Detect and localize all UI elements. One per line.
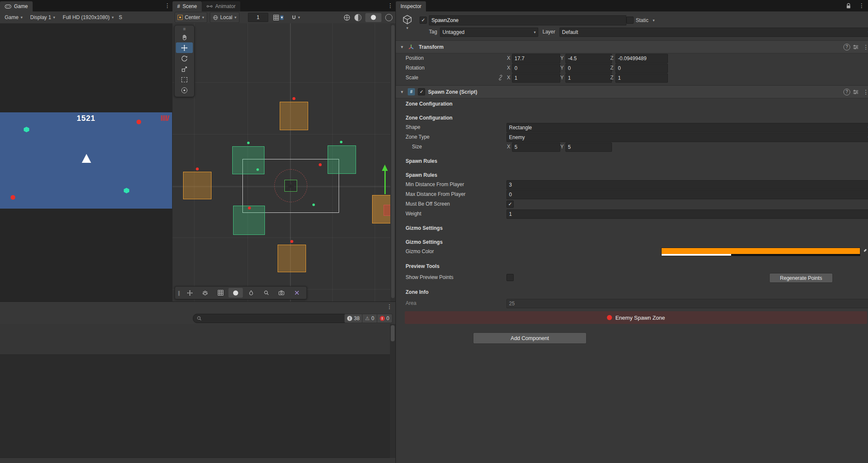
palette-drag-handle[interactable]: ≡ xyxy=(175,26,194,32)
console-search-field[interactable] xyxy=(193,314,352,323)
layer-dropdown[interactable]: Default ▾ xyxy=(559,28,868,37)
scene-audio-icon[interactable] xyxy=(354,14,362,21)
gizmo-color-swatch[interactable] xyxy=(661,248,860,256)
spawn-zone-gizmo-orange[interactable] xyxy=(183,172,211,199)
game-menu-kebab-icon[interactable]: ⋮ xyxy=(163,3,172,8)
presets-icon[interactable] xyxy=(853,44,859,50)
scene-viewport[interactable]: ≡ xyxy=(172,23,395,301)
effects-toggle[interactable] xyxy=(365,13,381,22)
snap-dropdown[interactable]: ▾ xyxy=(289,14,303,21)
selected-spawnzone-object[interactable] xyxy=(284,180,297,192)
grid-visibility-dropdown[interactable]: ▾ xyxy=(271,14,287,21)
scale-x-field[interactable]: 1 xyxy=(512,73,560,83)
tag-dropdown[interactable]: Untagged ▾ xyxy=(440,28,538,37)
script-enabled-checkbox[interactable]: ✓ xyxy=(418,88,425,95)
custom-tool[interactable] xyxy=(176,85,193,95)
static-checkbox[interactable] xyxy=(626,17,634,24)
console-scrollbar[interactable] xyxy=(390,324,395,458)
overlay-search-tool[interactable] xyxy=(259,288,273,298)
zone-type-dropdown[interactable]: Enemy ▾ xyxy=(506,133,868,142)
scene-scrollbar[interactable] xyxy=(390,23,395,301)
scene-menu-kebab-icon[interactable]: ⋮ xyxy=(386,3,395,8)
gameobject-active-checkbox[interactable]: ✓ xyxy=(420,17,427,24)
overlay-fx-tool[interactable] xyxy=(289,288,304,298)
move-gizmo-y-shaft[interactable] xyxy=(384,170,386,194)
overlay-move-tool[interactable] xyxy=(183,288,197,298)
spawn-rules-header: Spawn Rules xyxy=(406,158,437,164)
game-viewport[interactable]: 1521 xyxy=(0,23,172,301)
rotate-tool[interactable] xyxy=(176,53,193,64)
console-empty-row xyxy=(0,324,395,355)
presets-icon[interactable] xyxy=(853,89,859,95)
spawn-zone-gizmo-green[interactable] xyxy=(328,145,356,174)
scene-lighting-icon[interactable] xyxy=(343,14,351,21)
view-hand-tool[interactable] xyxy=(176,32,193,42)
position-x-field[interactable]: 17.7 xyxy=(512,54,560,63)
spawn-zone-gizmo-green[interactable] xyxy=(232,146,264,174)
console-info-toggle[interactable]: ! 38 xyxy=(344,314,362,323)
move-gizmo-y-arrowhead[interactable] xyxy=(382,165,388,171)
pivot-dropdown[interactable]: Center ▾ xyxy=(175,12,207,23)
scale-y-field[interactable]: 1 xyxy=(565,73,612,83)
tab-animator[interactable]: Animator xyxy=(202,1,240,11)
min-distance-field[interactable]: 3 xyxy=(506,180,868,190)
offscreen-checkbox[interactable]: ✓ xyxy=(506,201,514,208)
size-x-field[interactable]: 5 xyxy=(512,142,560,152)
transform-header[interactable]: ▼ Transform ? ⋮ xyxy=(396,40,868,53)
gameobject-icon-block[interactable]: ▾ xyxy=(401,14,414,30)
rotation-z-field[interactable]: 0 xyxy=(615,64,668,73)
help-icon[interactable]: ? xyxy=(843,44,850,50)
overlay-paint-tool[interactable] xyxy=(244,288,258,298)
component-kebab-icon[interactable]: ⋮ xyxy=(861,89,868,95)
console-log-list[interactable] xyxy=(0,324,395,463)
tab-game[interactable]: Game xyxy=(0,1,33,11)
inspector-menu-kebab-icon[interactable]: ⋮ xyxy=(857,3,866,8)
display-dropdown[interactable]: Display 1 ▾ xyxy=(28,14,58,21)
rect-tool[interactable] xyxy=(176,74,193,85)
spawn-zone-header[interactable]: ▼ # ✓ Spawn Zone (Script) ? ⋮ xyxy=(396,85,868,98)
add-component-button[interactable]: Add Component xyxy=(473,332,587,344)
overlay-sphere-tool[interactable] xyxy=(228,288,243,298)
grid-size-field[interactable]: 1 xyxy=(248,13,268,22)
console-error-toggle[interactable]: ! 0 xyxy=(377,314,392,323)
link-icon[interactable] xyxy=(498,75,504,81)
overlay-grid-tool[interactable] xyxy=(213,288,228,298)
tab-scene[interactable]: # Scene xyxy=(172,1,202,11)
console-warning-toggle[interactable]: ⚠ 0 xyxy=(362,314,377,323)
spawn-zone-gizmo-orange[interactable] xyxy=(280,102,308,130)
move-tool[interactable] xyxy=(176,42,193,53)
rotation-y-field[interactable]: 0 xyxy=(565,64,612,73)
tab-inspector[interactable]: Inspector xyxy=(396,1,426,11)
console-menu-kebab-icon[interactable]: ⋮ xyxy=(385,304,394,310)
static-flags-arrow-icon[interactable]: ▾ xyxy=(653,19,655,22)
gameobject-name-field[interactable]: SpawnZone xyxy=(429,15,626,25)
position-z-field[interactable]: -0.09499489 xyxy=(615,54,668,63)
component-kebab-icon[interactable]: ⋮ xyxy=(861,44,868,50)
scale-tool[interactable] xyxy=(176,64,193,74)
show-preview-checkbox[interactable] xyxy=(506,274,514,281)
game-view-dropdown[interactable]: Game ▾ xyxy=(2,14,25,21)
rotation-x-field[interactable]: 0 xyxy=(512,64,560,73)
foldout-icon[interactable]: ▼ xyxy=(400,45,404,49)
spawn-zone-gizmo-orange[interactable] xyxy=(278,245,306,272)
shape-dropdown[interactable]: Rectangle ▾ xyxy=(506,123,868,132)
resolution-dropdown[interactable]: Full HD (1920x1080) ▾ xyxy=(60,14,116,21)
max-distance-field[interactable]: 0 xyxy=(506,190,868,199)
help-icon[interactable]: ? xyxy=(843,89,850,95)
lock-icon[interactable] xyxy=(846,3,851,9)
regenerate-points-button[interactable]: Regenerate Points xyxy=(769,273,833,283)
size-y-field[interactable]: 5 xyxy=(565,142,612,152)
purple-x-icon xyxy=(294,290,300,296)
spawn-zone-gizmo-green[interactable] xyxy=(233,206,265,235)
position-y-field[interactable]: -4.5 xyxy=(565,54,612,63)
gizmos-toggle-icon[interactable] xyxy=(385,14,392,21)
weight-field[interactable]: 1 xyxy=(506,209,868,219)
overlay-layers-tool[interactable] xyxy=(198,288,212,298)
eyedropper-icon[interactable] xyxy=(861,248,868,254)
gizmo-settings-header: Gizmo Settings xyxy=(406,225,442,231)
overlay-drag-handle[interactable]: ∥ xyxy=(178,290,180,296)
scale-z-field[interactable]: 1 xyxy=(615,73,668,83)
foldout-icon[interactable]: ▼ xyxy=(400,90,404,94)
orientation-dropdown[interactable]: Local ▾ xyxy=(210,12,239,23)
overlay-camera-tool[interactable] xyxy=(274,288,289,298)
